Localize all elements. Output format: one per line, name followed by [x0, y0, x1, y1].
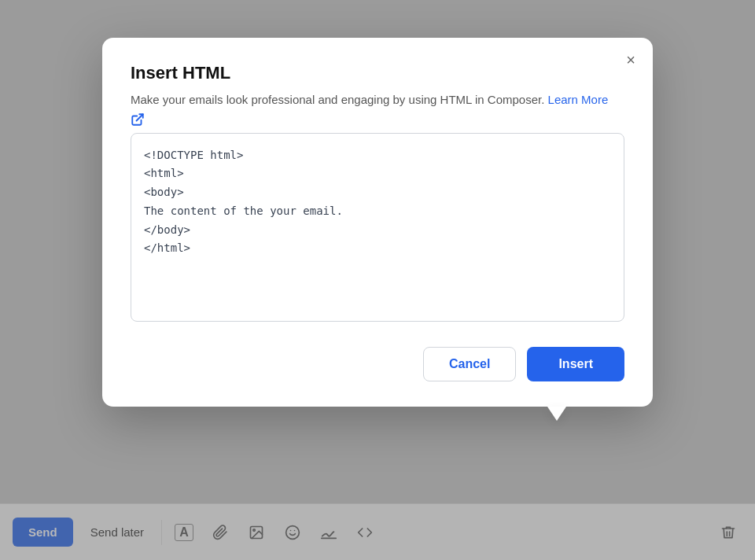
insert-button[interactable]: Insert [527, 347, 624, 381]
html-editor[interactable]: <!DOCTYPE html> <html> <body> The conten… [131, 133, 624, 322]
modal-close-button[interactable]: × [626, 52, 635, 68]
modal-overlay: × Insert HTML Make your emails look prof… [0, 0, 755, 560]
learn-more-link[interactable]: Learn More [548, 93, 609, 106]
svg-line-6 [137, 114, 143, 120]
modal-title: Insert HTML [131, 63, 624, 83]
expand-icon[interactable] [131, 112, 145, 127]
insert-html-modal: × Insert HTML Make your emails look prof… [102, 38, 653, 407]
cancel-button[interactable]: Cancel [423, 347, 516, 381]
modal-description: Make your emails look professional and e… [131, 91, 624, 109]
modal-caret [547, 407, 566, 421]
modal-actions: Cancel Insert [131, 347, 624, 381]
